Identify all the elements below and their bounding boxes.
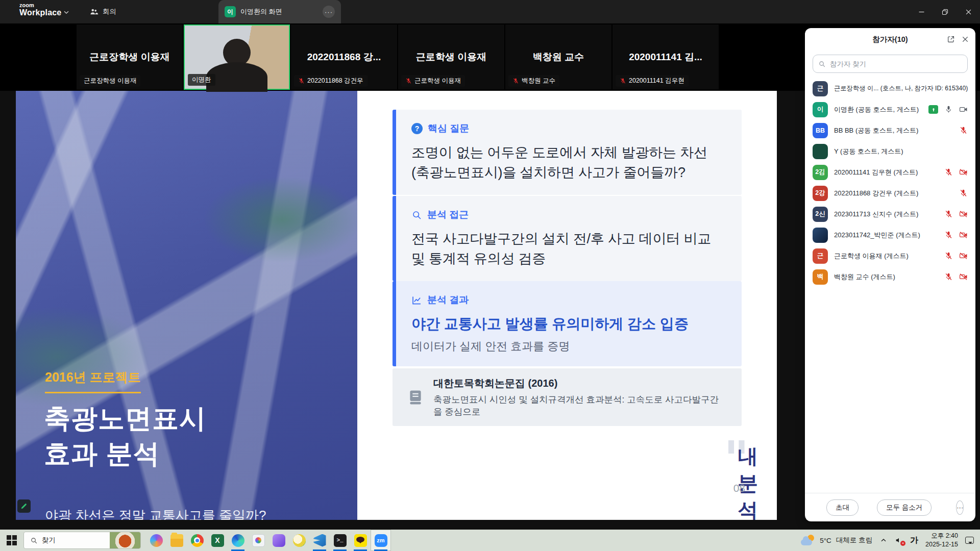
kakaotalk-icon[interactable]: [350, 530, 371, 551]
participants-panel: 참가자(10) 근 근로장학생 이... (호스트, 나, 참가자 ID: 61…: [805, 28, 975, 521]
photos-icon[interactable]: [248, 530, 268, 551]
participant-row[interactable]: 2강 2022011868 강건우 (게스트): [805, 183, 975, 204]
tab-meeting[interactable]: 회의: [84, 4, 121, 19]
tray-expand-icon[interactable]: [879, 536, 888, 544]
avatar: 이: [813, 102, 828, 117]
video-tile-active-speaker[interactable]: 이명환: [184, 24, 290, 90]
participant-row[interactable]: 2신 2023011713 신지수 (게스트): [805, 204, 975, 224]
book-icon: [407, 389, 424, 406]
card-citation: 대한토목학회논문집 (2016) 축광노면표시 시인성 및 설치규격개선 효과분…: [393, 368, 742, 426]
edge-icon[interactable]: [228, 530, 248, 551]
chrome-icon[interactable]: [187, 530, 207, 551]
camera-off-icon: [959, 210, 968, 218]
video-tile[interactable]: 백창원 교수 백창원 교수: [505, 24, 611, 90]
avatar: 근: [813, 81, 828, 96]
mic-muted-icon: [298, 78, 305, 84]
zoom-app-icon[interactable]: zm: [371, 530, 391, 551]
tile-name-label: 근로장학생 이용재: [84, 77, 136, 85]
tab-screen-label: 이명환의 화면: [240, 7, 318, 16]
taskbar-clock[interactable]: 오후 2:40 2025-12-15: [925, 532, 958, 549]
card-text: 조명이 없는 어두운 도로에서 자체 발광하는 차선(축광노면표시)을 설치하면…: [411, 143, 724, 183]
avatar: BB: [813, 123, 828, 138]
participant-row[interactable]: 이 이명환 (공동 호스트, 게스트): [805, 99, 975, 120]
chart-icon: [411, 295, 422, 306]
chevron-down-icon[interactable]: [62, 8, 70, 16]
close-button[interactable]: [957, 0, 980, 23]
participant-row[interactable]: BB BB BB (공동 호스트, 게스트): [805, 120, 975, 141]
participant-name: 2022011868 강건우 (게스트): [834, 189, 953, 198]
participant-row[interactable]: 근 근로학생 이용재 (게스트): [805, 245, 975, 266]
camera-off-icon: [959, 272, 968, 281]
participant-row[interactable]: 근 근로장학생 이... (호스트, 나, 참가자 ID: 615340): [805, 78, 975, 99]
more-options-button[interactable]: ···: [956, 500, 964, 515]
participant-row[interactable]: Y (공동 호스트, 게스트): [805, 141, 975, 162]
search-highlight-image[interactable]: [110, 532, 140, 548]
terminal-icon[interactable]: >_: [330, 530, 350, 551]
participant-name: 2023011713 신지수 (게스트): [834, 210, 938, 219]
avatar: 2강: [813, 186, 828, 201]
tile-name-label: 백창원 교수: [522, 77, 555, 85]
participant-name: 2020011141 김우현 (게스트): [834, 168, 938, 177]
presentation-slide: 2016년 프로젝트 축광노면표시 효과 분석 야광 차선은 정말 교통사고를 …: [16, 91, 777, 520]
taskbar-search-label: 찾기: [42, 536, 106, 545]
speaker-muted-icon[interactable]: ×: [895, 536, 903, 544]
invite-button[interactable]: 초대: [826, 499, 859, 516]
question-icon: ?: [411, 123, 423, 134]
citation-text: 축광노면표시 시인성 및 설치규격개선 효과분석: 고속도로 사고다발구간을 중…: [433, 393, 727, 418]
video-tile[interactable]: 근로학생 이용재 근로학생 이용재: [398, 24, 504, 90]
mic-on-icon: [944, 105, 953, 114]
mic-muted-icon: [944, 252, 953, 260]
camera-off-icon: [959, 168, 968, 177]
copilot-icon[interactable]: [146, 530, 166, 551]
file-explorer-icon[interactable]: [166, 530, 187, 551]
restore-button[interactable]: [933, 0, 957, 23]
zoom-titlebar: zoom Workplace 회의 이 이명환의 화면 ···: [0, 0, 980, 23]
slide-quote: 내 분석이 누군가의 생명을 구할 수 있다: [738, 443, 777, 520]
weather-widget[interactable]: 5°C 대체로 흐림: [801, 535, 872, 546]
camera-off-icon: [959, 252, 968, 260]
mute-all-button[interactable]: 모두 음소거: [877, 499, 932, 516]
mascot-app-icon[interactable]: [289, 530, 309, 551]
participant-search[interactable]: [813, 55, 968, 73]
close-icon[interactable]: [961, 35, 969, 43]
mic-muted-icon: [944, 272, 953, 281]
participant-row[interactable]: 백 백창원 교수 (게스트): [805, 266, 975, 287]
video-tile[interactable]: 2022011868 강... 2022011868 강건우: [291, 24, 397, 90]
video-tile[interactable]: 2020011141 김... 2020011141 김우현: [612, 24, 719, 90]
slide-year-badge: 2016년 프로젝트: [45, 369, 141, 393]
weather-icon: [801, 535, 815, 546]
search-icon: [818, 60, 826, 68]
card-text: 데이터가 실제 안전 효과를 증명: [411, 339, 724, 354]
participant-name: 근로학생 이용재 (게스트): [834, 252, 938, 261]
ime-korean-indicator[interactable]: 가: [910, 535, 918, 546]
excel-icon[interactable]: X: [207, 530, 228, 551]
loop-icon[interactable]: [268, 530, 289, 551]
annotate-pencil-icon[interactable]: [17, 499, 31, 513]
tab-more-button[interactable]: ···: [323, 6, 335, 18]
video-tile[interactable]: 근로장학생 이용재 근로장학생 이용재: [77, 24, 183, 90]
citation-title: 대한토목학회논문집 (2016): [433, 377, 727, 390]
mic-muted-icon: [512, 78, 519, 84]
notification-center-icon[interactable]: [965, 537, 974, 544]
clock-time: 오후 2:40: [925, 532, 958, 540]
mic-muted-icon: [944, 168, 953, 177]
avatar: 2김: [813, 165, 828, 180]
pop-out-icon[interactable]: [947, 35, 955, 43]
avatar: 2신: [813, 207, 828, 222]
screen-sharing-icon: [928, 105, 938, 114]
participant-search-input[interactable]: [830, 60, 962, 68]
participant-row[interactable]: 2023011742_박민준 (게스트): [805, 224, 975, 245]
card-label: 분석 결과: [427, 293, 469, 307]
taskbar-search[interactable]: 찾기: [23, 532, 141, 549]
minimize-button[interactable]: [910, 0, 933, 23]
mic-muted-icon: [944, 231, 953, 239]
vscode-icon[interactable]: [309, 530, 330, 551]
card-key-question: ? 핵심 질문 조명이 없는 어두운 도로에서 자체 발광하는 차선(축광노면표…: [393, 110, 742, 195]
slide-subtitle: 야광 차선은 정말 교통사고를 줄일까?: [45, 507, 266, 520]
start-button[interactable]: [0, 530, 23, 551]
clock-date: 2025-12-15: [925, 540, 958, 549]
tile-name-label: 2020011141 김우현: [629, 77, 684, 85]
tab-screen-share[interactable]: 이 이명환의 화면 ···: [218, 0, 341, 23]
tile-name-label: 2022011868 강건우: [307, 77, 363, 85]
participant-row[interactable]: 2김 2020011141 김우현 (게스트): [805, 162, 975, 183]
